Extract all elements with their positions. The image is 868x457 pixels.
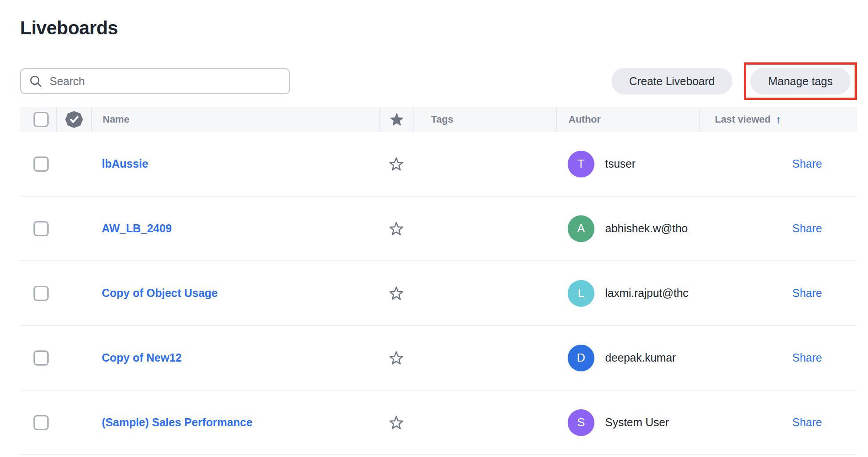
select-all-checkbox[interactable]	[33, 112, 49, 127]
row-favorite-cell	[379, 132, 413, 196]
row-author-cell: S System User	[556, 391, 699, 454]
share-link[interactable]: Share	[792, 287, 822, 300]
liveboard-name-link[interactable]: lbAussie	[102, 157, 148, 170]
create-liveboard-button[interactable]: Create Liveboard	[611, 68, 733, 95]
star-outline-icon[interactable]	[389, 221, 404, 236]
table-row: lbAussie T tsuser Share	[20, 132, 857, 197]
row-select-cell	[20, 326, 56, 390]
row-favorite-cell	[379, 261, 413, 325]
row-last-viewed-cell: Share	[699, 197, 857, 260]
table-body: lbAussie T tsuser Share AW_LB_2409	[20, 132, 857, 455]
row-name-cell: AW_LB_2409	[91, 197, 379, 260]
row-favorite-cell	[379, 391, 413, 454]
row-tags-cell	[413, 197, 556, 260]
row-verified-cell	[56, 132, 91, 196]
author-avatar-initial: T	[577, 157, 585, 171]
share-link[interactable]: Share	[792, 157, 822, 170]
row-last-viewed-cell: Share	[699, 132, 857, 196]
liveboard-name-link[interactable]: Copy of New12	[102, 351, 182, 364]
liveboard-name-link[interactable]: AW_LB_2409	[102, 222, 172, 235]
row-tags-cell	[413, 132, 556, 196]
author-avatar: T	[568, 151, 594, 177]
share-link[interactable]: Share	[792, 351, 822, 364]
author-avatar-initial: S	[577, 416, 585, 429]
search-box[interactable]	[20, 68, 290, 94]
row-tags-cell	[413, 261, 556, 325]
table-row: Copy of New12 D deepak.kumar Share	[20, 326, 857, 391]
row-last-viewed-cell: Share	[699, 326, 857, 390]
table-row: (Sample) Sales Performance S System User…	[20, 391, 857, 455]
row-select-cell	[20, 391, 56, 454]
author-name: tsuser	[605, 157, 635, 170]
toolbar-buttons: Create Liveboard Manage tags	[611, 62, 857, 100]
star-outline-icon[interactable]	[389, 286, 404, 301]
verified-badge-icon	[64, 110, 84, 129]
author-name: laxmi.rajput@thc	[605, 287, 689, 300]
row-name-cell: (Sample) Sales Performance	[91, 391, 379, 454]
author-avatar-initial: L	[578, 286, 584, 300]
row-select-cell	[20, 132, 56, 196]
column-header-tags[interactable]: Tags	[413, 107, 556, 132]
column-header-author[interactable]: Author	[556, 107, 699, 132]
row-checkbox[interactable]	[33, 286, 49, 301]
table-row: Copy of Object Usage L laxmi.rajput@thc …	[20, 261, 857, 326]
row-tags-cell	[413, 391, 556, 454]
author-avatar-initial: A	[577, 222, 585, 235]
author-avatar: D	[568, 345, 594, 371]
row-verified-cell	[56, 391, 91, 454]
row-author-cell: T tsuser	[556, 132, 699, 196]
column-header-favorite[interactable]	[379, 107, 413, 132]
author-avatar: A	[568, 215, 594, 242]
column-header-last-viewed[interactable]: Last viewed ↑	[699, 107, 857, 132]
row-author-cell: D deepak.kumar	[556, 326, 699, 390]
table-row: AW_LB_2409 A abhishek.w@tho Share	[20, 197, 857, 261]
row-select-cell	[20, 261, 56, 325]
author-avatar: L	[568, 280, 594, 307]
row-checkbox[interactable]	[33, 156, 49, 172]
row-tags-cell	[413, 326, 556, 390]
row-name-cell: Copy of Object Usage	[91, 261, 379, 325]
row-name-cell: lbAussie	[91, 132, 379, 196]
row-author-cell: A abhishek.w@tho	[556, 197, 699, 260]
row-last-viewed-cell: Share	[699, 391, 857, 454]
author-name: deepak.kumar	[605, 351, 676, 364]
toolbar: Create Liveboard Manage tags	[20, 62, 857, 100]
row-author-cell: L laxmi.rajput@thc	[556, 261, 699, 325]
liveboard-name-link[interactable]: (Sample) Sales Performance	[102, 416, 253, 429]
share-link[interactable]: Share	[792, 222, 822, 235]
author-avatar: S	[568, 409, 594, 436]
star-outline-icon[interactable]	[389, 156, 404, 172]
star-filled-icon	[390, 112, 404, 127]
row-checkbox[interactable]	[33, 415, 49, 430]
row-last-viewed-cell: Share	[699, 261, 857, 325]
page-title: Liveboards	[20, 17, 857, 39]
column-header-name[interactable]: Name	[91, 107, 379, 132]
header-select-cell	[20, 107, 56, 132]
share-link[interactable]: Share	[792, 416, 822, 429]
row-verified-cell	[56, 326, 91, 390]
author-name: System User	[605, 416, 669, 429]
row-select-cell	[20, 197, 56, 260]
row-verified-cell	[56, 261, 91, 325]
author-name: abhishek.w@tho	[605, 222, 688, 235]
sort-ascending-arrow-icon[interactable]: ↑	[776, 113, 781, 126]
search-icon	[29, 74, 42, 88]
header-verified-cell	[56, 107, 91, 132]
table-header-row: Name Tags Author Last viewed ↑	[20, 107, 857, 132]
liveboards-table: Name Tags Author Last viewed ↑ lbAussie	[20, 107, 857, 455]
row-checkbox[interactable]	[33, 350, 49, 366]
star-outline-icon[interactable]	[389, 415, 404, 430]
row-verified-cell	[56, 197, 91, 260]
row-checkbox[interactable]	[33, 221, 49, 236]
last-viewed-label: Last viewed	[715, 114, 771, 125]
author-avatar-initial: D	[577, 351, 586, 365]
liveboard-name-link[interactable]: Copy of Object Usage	[102, 287, 218, 300]
search-input[interactable]	[50, 75, 281, 88]
manage-tags-highlight-box: Manage tags	[744, 62, 857, 100]
row-name-cell: Copy of New12	[91, 326, 379, 390]
row-favorite-cell	[379, 197, 413, 260]
liveboards-page: Liveboards Create Liveboard Manage tags	[0, 17, 868, 455]
manage-tags-button[interactable]: Manage tags	[750, 68, 851, 95]
star-outline-icon[interactable]	[389, 350, 404, 366]
row-favorite-cell	[379, 326, 413, 390]
